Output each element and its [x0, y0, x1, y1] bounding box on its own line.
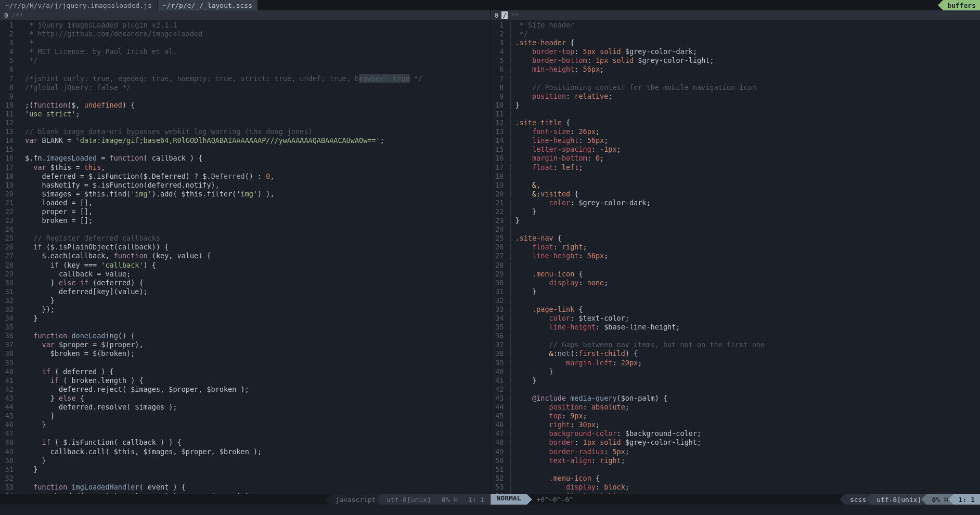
- code-line[interactable]: 7/*jshint curly: true, eqeqeq: true, noe…: [0, 74, 490, 83]
- code-line[interactable]: 29 callback = value;: [0, 270, 490, 279]
- code-line[interactable]: 48| border: 1px solid $grey-color-light;: [491, 438, 981, 447]
- code-line[interactable]: 26 if ($.isPlainObject(callback)) {: [0, 243, 490, 252]
- code-line[interactable]: 41| }: [491, 376, 981, 385]
- code-line[interactable]: 31| }: [491, 287, 981, 296]
- code-line[interactable]: 22| }: [491, 207, 981, 216]
- code-line[interactable]: 20 $images = $this.find('img').add( $thi…: [0, 190, 490, 199]
- code-area-left[interactable]: 1 * jQuery imagesLoaded plugin v2.1.12 *…: [0, 20, 490, 494]
- code-line[interactable]: 5| border-bottom: 1px solid $grey-color-…: [491, 56, 981, 65]
- code-line[interactable]: 51 }: [0, 465, 490, 474]
- code-line[interactable]: 27| line-height: 56px;: [491, 252, 981, 260]
- code-line[interactable]: 26| float: right;: [491, 243, 981, 252]
- code-line[interactable]: 31 deferred[key](value);: [0, 287, 490, 296]
- code-line[interactable]: 18|: [491, 172, 981, 181]
- code-line[interactable]: 3 *: [0, 38, 490, 47]
- code-line[interactable]: 33 });: [0, 305, 490, 314]
- code-line[interactable]: 13// blank image data-uri bypasses webki…: [0, 127, 490, 136]
- code-line[interactable]: 30 } else if (deferred) {: [0, 279, 490, 287]
- code-line[interactable]: 52: [0, 474, 490, 483]
- code-line[interactable]: 10;(function($, undefined) {: [0, 101, 490, 110]
- code-line[interactable]: 27 $.each(callback, function (key, value…: [0, 252, 490, 260]
- code-line[interactable]: 28 if (key === 'callback') {: [0, 261, 490, 270]
- code-line[interactable]: 21 loaded = [],: [0, 199, 490, 207]
- code-line[interactable]: 11'use strict';: [0, 110, 490, 118]
- code-line[interactable]: 21| color: $grey-color-dark;: [491, 199, 981, 207]
- code-line[interactable]: 24: [0, 225, 490, 234]
- code-line[interactable]: 20| &:visited {: [491, 190, 981, 199]
- code-line[interactable]: 11|: [491, 110, 981, 118]
- code-line[interactable]: 22 proper = [],: [0, 207, 490, 216]
- code-line[interactable]: 37 var $proper = $(proper),: [0, 340, 490, 349]
- code-line[interactable]: 43 } else {: [0, 394, 490, 403]
- code-line[interactable]: 9| position: relative;: [491, 92, 981, 101]
- code-line[interactable]: 15: [0, 145, 490, 154]
- code-line[interactable]: 45| top: 9px;: [491, 412, 981, 420]
- code-line[interactable]: 47: [0, 429, 490, 438]
- code-line[interactable]: 13| font-size: 26px;: [491, 127, 981, 136]
- code-line[interactable]: 23 broken = [];: [0, 216, 490, 225]
- buffers-indicator[interactable]: buffers: [943, 0, 980, 10]
- code-line[interactable]: 45 }: [0, 412, 490, 420]
- code-line[interactable]: 44| position: absolute;: [491, 403, 981, 412]
- code-line[interactable]: 32 }: [0, 296, 490, 305]
- code-line[interactable]: 36 function doneLoading() {: [0, 332, 490, 340]
- code-line[interactable]: 14| line-height: 56px;: [491, 136, 981, 145]
- code-line[interactable]: 2| */: [491, 30, 981, 38]
- code-line[interactable]: 8| // Positioning context for the mobile…: [491, 83, 981, 92]
- code-line[interactable]: 28|: [491, 261, 981, 270]
- code-line[interactable]: 9: [0, 92, 490, 101]
- code-line[interactable]: 40 if ( deferred ) {: [0, 367, 490, 376]
- code-line[interactable]: 1 * jQuery imagesLoaded plugin v2.1.1: [0, 21, 490, 30]
- code-line[interactable]: 16$.fn.imagesLoaded = function( callback…: [0, 154, 490, 163]
- code-line[interactable]: 32|: [491, 296, 981, 305]
- code-line[interactable]: 1| * Site header: [491, 21, 981, 30]
- code-line[interactable]: 44 deferred.resolve( $images );: [0, 403, 490, 412]
- code-line[interactable]: 42 deferred.reject( $images, $proper, $b…: [0, 385, 490, 394]
- code-line[interactable]: 29| .menu-icon {: [491, 270, 981, 279]
- code-line[interactable]: 33| .page-link {: [491, 305, 981, 314]
- code-line[interactable]: 19| &,: [491, 181, 981, 190]
- code-line[interactable]: 10|}: [491, 101, 981, 110]
- code-line[interactable]: 15| letter-spacing: -1px;: [491, 145, 981, 154]
- code-line[interactable]: 38 $broken = $(broken);: [0, 349, 490, 358]
- code-line[interactable]: 5 */: [0, 56, 490, 65]
- code-line[interactable]: 49| border-radius: 5px;: [491, 447, 981, 456]
- code-line[interactable]: 8/*global jQuery: false */: [0, 83, 490, 92]
- code-line[interactable]: 3|.site-header {: [491, 38, 981, 47]
- code-line[interactable]: 36|: [491, 332, 981, 340]
- code-line[interactable]: 16| margin-bottom: 0;: [491, 154, 981, 163]
- code-line[interactable]: 35| line-height: $base-line-height;: [491, 323, 981, 332]
- buffer-tab-scss[interactable]: ~/r/p/e/_/_layout.scss: [158, 0, 258, 10]
- code-line[interactable]: 17 var $this = this,: [0, 163, 490, 172]
- buffer-tab-js[interactable]: ~/r/p/H/v/a/j/jquery.imagesloaded.js: [0, 0, 158, 10]
- code-line[interactable]: 12|.site-title {: [491, 118, 981, 127]
- code-line[interactable]: 7|: [491, 74, 981, 83]
- code-line[interactable]: 17| float: left;: [491, 163, 981, 172]
- code-line[interactable]: 35: [0, 323, 490, 332]
- code-line[interactable]: 19 hasNotify = $.isFunction(deferred.not…: [0, 181, 490, 190]
- code-line[interactable]: 25 // Register deferred callbacks: [0, 234, 490, 243]
- code-line[interactable]: 12: [0, 118, 490, 127]
- code-line[interactable]: 47| background-color: $background-color;: [491, 429, 981, 438]
- code-area-right[interactable]: 1| * Site header2| */3|.site-header {4| …: [491, 20, 981, 494]
- code-line[interactable]: 4 * MIT License. by Paul Irish et al.: [0, 47, 490, 56]
- code-line[interactable]: 14var BLANK = 'data:image/gif;base64,R0l…: [0, 136, 490, 145]
- code-line[interactable]: 41 if ( broken.length ) {: [0, 376, 490, 385]
- code-line[interactable]: 39: [0, 359, 490, 367]
- code-line[interactable]: 42|: [491, 385, 981, 394]
- code-line[interactable]: 6| min-height: 56px;: [491, 65, 981, 74]
- code-line[interactable]: 51|: [491, 465, 981, 474]
- code-line[interactable]: 34| color: $text-color;: [491, 314, 981, 323]
- code-line[interactable]: 24|: [491, 225, 981, 234]
- code-line[interactable]: 37| // Gaps between nav items, but not o…: [491, 340, 981, 349]
- code-line[interactable]: 34 }: [0, 314, 490, 323]
- code-line[interactable]: 38| &:not(:first-child) {: [491, 349, 981, 358]
- code-line[interactable]: 49 callback.call( $this, $images, $prope…: [0, 447, 490, 456]
- code-line[interactable]: 46 }: [0, 420, 490, 429]
- code-line[interactable]: 25|.site-nav {: [491, 234, 981, 243]
- code-line[interactable]: 2 * http://github.com/desandro/imagesloa…: [0, 30, 490, 38]
- code-line[interactable]: 50 }: [0, 456, 490, 465]
- code-line[interactable]: 23|}: [491, 216, 981, 225]
- code-line[interactable]: 6: [0, 65, 490, 74]
- code-line[interactable]: 53 function imgLoadedHandler( event ) {: [0, 483, 490, 492]
